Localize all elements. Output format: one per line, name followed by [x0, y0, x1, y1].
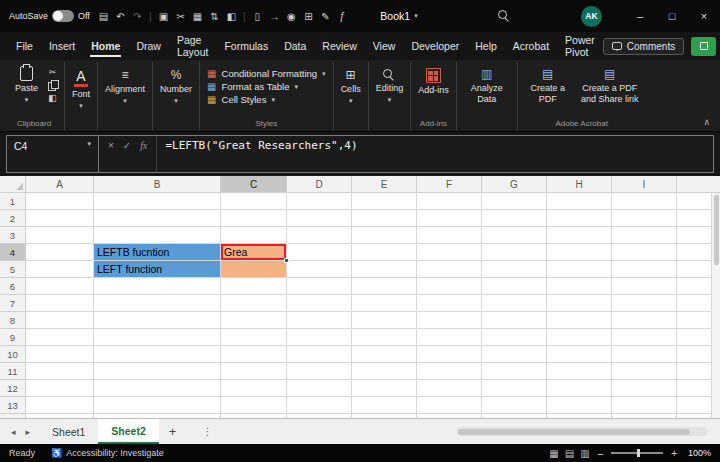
cell-G5[interactable]: [482, 261, 547, 278]
sheet-prev-icon[interactable]: ◂: [6, 427, 21, 437]
cell-B8[interactable]: [94, 312, 221, 329]
cell-B12[interactable]: [94, 380, 221, 397]
menu-tab-acrobat[interactable]: Acrobat: [505, 32, 557, 60]
row-header-8[interactable]: 8: [0, 312, 26, 329]
cell-C6[interactable]: [221, 278, 287, 295]
cell-H8[interactable]: [547, 312, 612, 329]
row-header-7[interactable]: 7: [0, 295, 26, 312]
cell-C14[interactable]: [221, 414, 287, 418]
cell-I11[interactable]: [612, 363, 677, 380]
minimize-button[interactable]: –: [624, 0, 656, 32]
cell-I12[interactable]: [612, 380, 677, 397]
cell-I6[interactable]: [612, 278, 677, 295]
format-as-table-button[interactable]: ▦Format as Table▾: [207, 81, 298, 92]
cell-I10[interactable]: [612, 346, 677, 363]
cell-E2[interactable]: [352, 210, 417, 227]
col-header-G[interactable]: G: [482, 176, 547, 193]
cell-G3[interactable]: [482, 227, 547, 244]
cell-D1[interactable]: [287, 193, 352, 210]
cell-C5[interactable]: [221, 261, 287, 278]
cell-C11[interactable]: [221, 363, 287, 380]
formula-input[interactable]: =LEFTB("Great Researchers",4): [157, 136, 713, 172]
cell-F9[interactable]: [417, 329, 482, 346]
cell-B4[interactable]: LEFTB fucntion: [94, 244, 221, 261]
cell-E8[interactable]: [352, 312, 417, 329]
cell-C12[interactable]: [221, 380, 287, 397]
zoom-slider-handle[interactable]: [637, 449, 640, 457]
menu-tab-view[interactable]: View: [365, 32, 404, 60]
cell-F4[interactable]: [417, 244, 482, 261]
row-header-6[interactable]: 6: [0, 278, 26, 295]
cell-H9[interactable]: [547, 329, 612, 346]
cell-I7[interactable]: [612, 295, 677, 312]
cell-A8[interactable]: [26, 312, 94, 329]
sheet-next-icon[interactable]: ▸: [21, 427, 36, 437]
cell-I1[interactable]: [612, 193, 677, 210]
view-page-layout-icon[interactable]: ▤: [565, 448, 574, 459]
cell-D14[interactable]: [287, 414, 352, 418]
cell-I8[interactable]: [612, 312, 677, 329]
analyze-data-button[interactable]: ▥ Analyze Data: [464, 64, 510, 104]
menu-tab-formulas[interactable]: Formulas: [216, 32, 276, 60]
format-painter-icon[interactable]: ◧: [224, 11, 239, 22]
cell-H5[interactable]: [547, 261, 612, 278]
cell-F5[interactable]: [417, 261, 482, 278]
share-button[interactable]: [691, 37, 716, 56]
autosave-toggle[interactable]: [52, 10, 74, 22]
cell-H11[interactable]: [547, 363, 612, 380]
cell-D4[interactable]: [287, 244, 352, 261]
row-header-1[interactable]: 1: [0, 193, 26, 210]
cell-B14[interactable]: [94, 414, 221, 418]
cell-B11[interactable]: [94, 363, 221, 380]
cell-H6[interactable]: [547, 278, 612, 295]
menu-tab-home[interactable]: Home: [83, 32, 128, 60]
cell-E4[interactable]: [352, 244, 417, 261]
cancel-icon[interactable]: ×: [108, 140, 114, 151]
menu-tab-insert[interactable]: Insert: [41, 32, 83, 60]
cell-G13[interactable]: [482, 397, 547, 414]
cell-I9[interactable]: [612, 329, 677, 346]
conditional-formatting-button[interactable]: ▦Conditional Formatting▾: [207, 68, 326, 79]
zoom-in-icon[interactable]: +: [671, 448, 677, 459]
cell-G8[interactable]: [482, 312, 547, 329]
number-button[interactable]: % Number ▾: [160, 64, 192, 105]
col-header-E[interactable]: E: [352, 176, 417, 193]
cell-D10[interactable]: [287, 346, 352, 363]
cell-A13[interactable]: [26, 397, 94, 414]
cell-E7[interactable]: [352, 295, 417, 312]
cell-E14[interactable]: [352, 414, 417, 418]
autosave-control[interactable]: AutoSave Off: [9, 10, 90, 22]
cell-E3[interactable]: [352, 227, 417, 244]
menu-tab-help[interactable]: Help: [467, 32, 505, 60]
cell-B6[interactable]: [94, 278, 221, 295]
cell-G14[interactable]: [482, 414, 547, 418]
cell-A2[interactable]: [26, 210, 94, 227]
sheet-tab-sheet1[interactable]: Sheet1: [39, 419, 98, 444]
cell-styles-button[interactable]: ▦Cell Styles▾: [207, 94, 275, 105]
cell-E6[interactable]: [352, 278, 417, 295]
col-header-C[interactable]: C: [221, 176, 287, 193]
zoom-level[interactable]: 100%: [685, 448, 711, 458]
cell-A1[interactable]: [26, 193, 94, 210]
cell-E5[interactable]: [352, 261, 417, 278]
cell-C9[interactable]: [221, 329, 287, 346]
cell-A5[interactable]: [26, 261, 94, 278]
cell-C2[interactable]: [221, 210, 287, 227]
view-normal-icon[interactable]: ▦: [549, 448, 558, 459]
menu-tab-file[interactable]: File: [8, 32, 41, 60]
format-painter-button[interactable]: ◧: [48, 93, 57, 103]
maximize-button[interactable]: □: [656, 0, 688, 32]
col-header-B[interactable]: B: [94, 176, 221, 193]
row-header-2[interactable]: 2: [0, 210, 26, 227]
vertical-scrollbar[interactable]: [711, 193, 720, 418]
cell-H13[interactable]: [547, 397, 612, 414]
cell-A4[interactable]: [26, 244, 94, 261]
cell-B7[interactable]: [94, 295, 221, 312]
row-header-9[interactable]: 9: [0, 329, 26, 346]
cell-G9[interactable]: [482, 329, 547, 346]
cell-F1[interactable]: [417, 193, 482, 210]
save-icon[interactable]: ▤: [96, 11, 111, 22]
cell-A10[interactable]: [26, 346, 94, 363]
collapse-ribbon-icon[interactable]: ∧: [703, 117, 710, 127]
avatar[interactable]: AK: [581, 6, 602, 27]
